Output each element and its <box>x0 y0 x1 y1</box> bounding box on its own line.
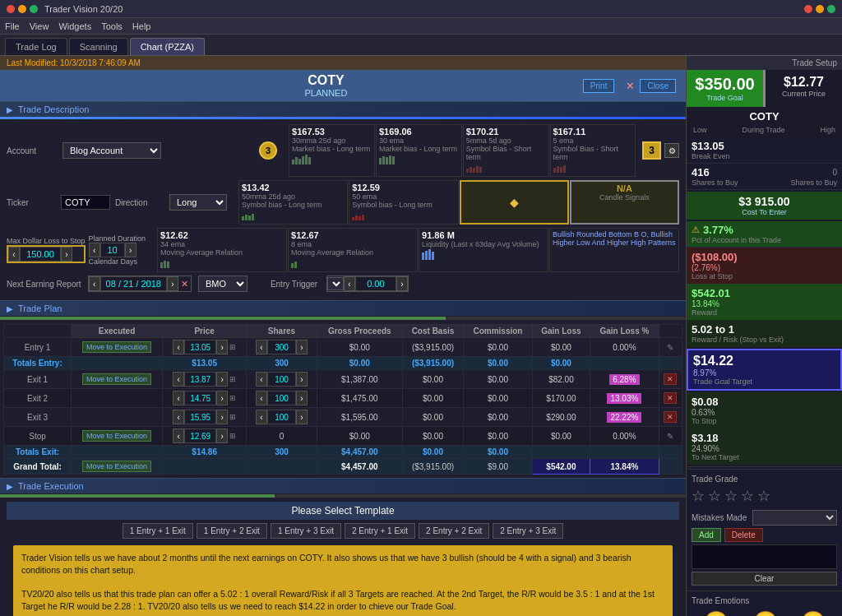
duration-inc[interactable]: › <box>125 243 136 257</box>
mc-val-0: $167.53 <box>292 127 372 137</box>
stars-row[interactable]: ☆ ☆ ☆ ☆ ☆ <box>692 487 837 505</box>
entry-trigger-type[interactable]: ▼ <box>327 277 344 290</box>
ticker-input[interactable] <box>61 195 110 210</box>
exit1-price-icon[interactable]: ⊞ <box>229 375 236 383</box>
maximize-window-btn[interactable] <box>30 5 38 13</box>
mc-val-2: $170.21 <box>466 127 546 137</box>
entry1-price-icon[interactable]: ⊞ <box>229 343 236 351</box>
to-stop-value: $0.08 <box>692 396 837 408</box>
note-text-2: TV20/20 also tells us that this trade pl… <box>21 588 664 612</box>
menu-file[interactable]: File <box>5 21 20 31</box>
earnings-type-select[interactable]: BMO <box>198 276 248 292</box>
grand-move-btn[interactable]: Move to Execution <box>82 461 151 472</box>
entry-trigger-dec[interactable]: ‹ <box>344 276 355 291</box>
star-4[interactable]: ☆ <box>741 487 754 505</box>
template-1e2x[interactable]: 1 Entry + 2 Exit <box>197 523 267 539</box>
trade-plan-header: ▶ Trade Plan <box>0 300 686 316</box>
tab-trade-log[interactable]: Trade Log <box>5 38 67 55</box>
mc-settings-btn[interactable]: ⚙ <box>664 143 679 158</box>
entry1-price-inc[interactable]: › <box>216 340 228 354</box>
close-window-btn[interactable] <box>7 5 15 13</box>
max-loss-value: 150.00 <box>20 247 61 262</box>
template-1e1x[interactable]: 1 Entry + 1 Exit <box>123 523 193 539</box>
trade-plan-label: Trade Plan <box>18 303 62 313</box>
menu-help[interactable]: Help <box>132 21 151 31</box>
template-1e3x[interactable]: 1 Entry + 3 Exit <box>271 523 341 539</box>
header-banner: COTY PLANNED Print ✕ Close <box>0 70 686 101</box>
minimize-window-btn[interactable] <box>18 5 26 13</box>
trade-execution-label: Trade Execution <box>18 481 84 491</box>
exit3-price-icon[interactable]: ⊞ <box>229 413 236 421</box>
exit3-price-inc[interactable]: › <box>216 410 228 424</box>
menu-tools[interactable]: Tools <box>101 21 123 31</box>
tab-scanning[interactable]: Scanning <box>69 38 128 55</box>
menu-widgets[interactable]: Widgets <box>58 21 91 31</box>
star-5[interactable]: ☆ <box>757 487 770 505</box>
pct-account-value: 3.77% <box>703 224 733 236</box>
star-1[interactable]: ☆ <box>692 487 705 505</box>
mc-val-5: $12.59 <box>352 183 455 192</box>
trade-plan-section: Executed Price Shares Gross Proceeds Cos… <box>0 321 686 478</box>
exit2-price-inc[interactable]: › <box>216 391 228 405</box>
delete-button[interactable]: Delete <box>724 528 763 542</box>
add-button[interactable]: Add <box>692 528 721 542</box>
earnings-inc[interactable]: › <box>167 276 178 291</box>
max-loss-inc[interactable]: › <box>61 247 72 262</box>
exit1-pct: 6.28% <box>609 374 639 385</box>
exit1-move-btn[interactable]: Move to Execution <box>82 373 151 385</box>
exit2-shares-dec[interactable]: ‹ <box>256 391 267 405</box>
account-select[interactable]: Blog Account <box>62 142 161 159</box>
tab-chart[interactable]: Chart (PZZA) <box>130 38 205 55</box>
emotion-entry[interactable]: 😊 At Entry <box>703 610 729 616</box>
shares-buy-right: 0 <box>832 168 837 177</box>
exit3-price-dec[interactable]: ‹ <box>173 410 184 424</box>
rp-trade-goal: $350.00 Trade Goal <box>687 70 763 107</box>
emotion-during[interactable]: 😐 During <box>753 610 778 616</box>
direction-select[interactable]: Long <box>169 194 227 211</box>
mistakes-select[interactable] <box>752 510 837 526</box>
stop-move-btn[interactable]: Move to Execution <box>82 430 151 442</box>
exit2-price-icon[interactable]: ⊞ <box>229 394 236 402</box>
earnings-close[interactable]: ✕ <box>178 279 191 289</box>
exit2-remove[interactable]: ✕ <box>664 392 677 404</box>
entry1-move-btn[interactable]: Move to Execution <box>82 341 151 353</box>
rp-reward: $542.01 13.84% Reward <box>687 284 842 320</box>
exit2-shares-inc[interactable]: › <box>296 391 308 405</box>
template-2e2x[interactable]: 2 Entry + 2 Exit <box>419 523 489 539</box>
stop-price-inc[interactable]: › <box>216 428 228 443</box>
mc-bars-2 <box>466 161 482 173</box>
close-button[interactable]: Close <box>640 79 676 93</box>
totals-entry-shares: 300 <box>247 357 317 370</box>
exit3-shares-dec[interactable]: ‹ <box>256 410 267 424</box>
stop-price-icon[interactable]: ⊞ <box>229 432 236 440</box>
entry1-edit[interactable]: ✎ <box>667 343 673 352</box>
exit1-shares-dec[interactable]: ‹ <box>256 372 267 387</box>
emotion-exit[interactable]: 🙂 At Exit <box>801 610 826 616</box>
exit3-remove[interactable]: ✕ <box>664 411 677 423</box>
entry1-shares-dec[interactable]: ‹ <box>256 340 267 354</box>
star-3[interactable]: ☆ <box>724 487 738 505</box>
exit1-remove[interactable]: ✕ <box>664 373 677 385</box>
stop-price-dec[interactable]: ‹ <box>173 428 184 443</box>
duration-dec[interactable]: ‹ <box>89 243 100 257</box>
entry1-shares-inc[interactable]: › <box>296 340 308 354</box>
print-button[interactable]: Print <box>583 79 615 93</box>
exit3-shares-inc[interactable]: › <box>296 410 308 424</box>
entry-trigger-inc[interactable]: › <box>396 276 408 291</box>
entry1-price-dec[interactable]: ‹ <box>173 340 184 354</box>
close-icon[interactable]: ✕ <box>626 80 635 92</box>
trade-goal-value: $350.00 <box>692 75 758 94</box>
template-2e1x[interactable]: 2 Entry + 1 Exit <box>345 523 415 539</box>
max-loss-dec[interactable]: ‹ <box>8 247 20 262</box>
cost-enter-value: $3 915.00 <box>692 195 837 208</box>
earnings-dec[interactable]: ‹ <box>89 276 100 291</box>
exit1-shares-inc[interactable]: › <box>296 372 308 387</box>
template-2e3x[interactable]: 2 Entry + 3 Exit <box>493 523 563 539</box>
star-2[interactable]: ☆ <box>708 487 721 505</box>
exit1-price-inc[interactable]: › <box>216 372 228 387</box>
clear-button[interactable]: Clear <box>692 572 837 586</box>
exit1-price-dec[interactable]: ‹ <box>173 372 184 387</box>
menu-view[interactable]: View <box>30 21 49 31</box>
stop-edit[interactable]: ✎ <box>667 432 673 441</box>
exit2-price-dec[interactable]: ‹ <box>173 391 184 405</box>
